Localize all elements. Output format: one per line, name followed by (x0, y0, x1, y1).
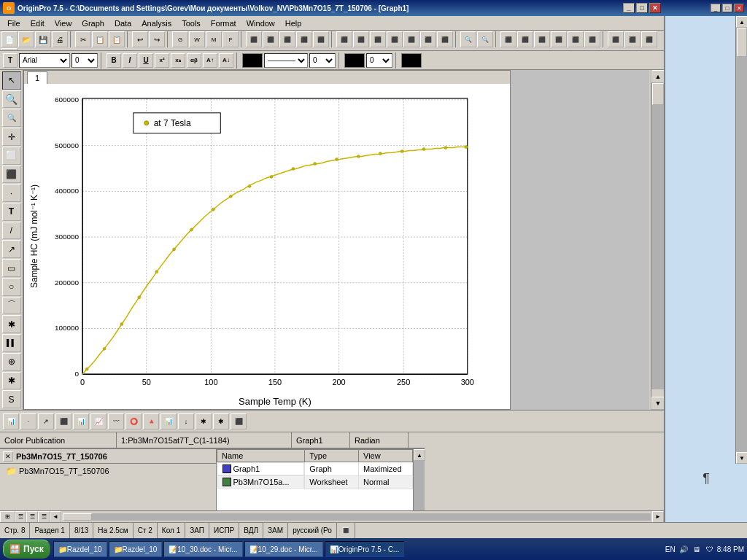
paste-btn[interactable]: 📋 (109, 31, 125, 47)
ellipse-tool[interactable]: ○ (2, 278, 21, 296)
line-width-select[interactable]: 0 (309, 53, 336, 68)
open-btn[interactable]: 📂 (18, 31, 34, 47)
tb-btn-3[interactable]: ⬛ (279, 31, 295, 47)
cut-btn[interactable]: ✂ (75, 31, 91, 47)
inner-minimize[interactable]: _ (711, 4, 721, 12)
tb-btn-20[interactable]: ⬛ (584, 31, 600, 47)
graph-tool-12[interactable]: ✱ (196, 413, 212, 429)
tb-btn-11[interactable]: ⬛ (420, 31, 436, 47)
font-select[interactable]: Arial (19, 53, 70, 68)
wp-scroll-thumb[interactable] (737, 28, 747, 57)
wp-align-center[interactable]: ☰ (26, 511, 38, 523)
tb-btn-2[interactable]: ⬛ (263, 31, 279, 47)
text-color-box[interactable] (242, 53, 263, 68)
graph-tool-4[interactable]: ⬛ (55, 413, 71, 429)
curve-tool[interactable]: ⌒ (2, 297, 21, 315)
new-btn[interactable]: 📄 (1, 31, 18, 47)
zoom-in-tool[interactable]: 🔍 (2, 90, 21, 109)
tray-network[interactable]: 🖥 (691, 543, 703, 555)
start-button[interactable]: 🪟 Пуск (3, 540, 50, 559)
wp-align-right[interactable]: ☰ (38, 511, 50, 523)
menu-analysis[interactable]: Analysis (137, 17, 176, 30)
tb-btn-15[interactable]: ⬛ (500, 31, 516, 47)
tb-btn-23[interactable]: ⬛ (641, 31, 657, 47)
maximize-button[interactable]: □ (636, 3, 648, 13)
undo-btn[interactable]: ↩ (132, 31, 148, 47)
wp-hscroll-right[interactable]: ► (652, 511, 664, 523)
subscript-btn[interactable]: x₂ (171, 53, 185, 68)
draw-line-tool[interactable]: / (2, 222, 21, 240)
tb-btn-7[interactable]: ⬛ (353, 31, 369, 47)
graph-tool-2[interactable]: · (20, 413, 36, 429)
table-row-2[interactable]: Pb3Mn7O15a... Worksheet Normal (217, 475, 413, 489)
increase-font-btn[interactable]: A↑ (203, 53, 217, 68)
graph-tool-8[interactable]: ⭕ (125, 413, 142, 429)
bar-tool[interactable]: ▌▌ (2, 334, 21, 352)
tb-btn-16[interactable]: ⬛ (517, 31, 533, 47)
tb-btn-17[interactable]: ⬛ (534, 31, 550, 47)
size-select[interactable]: 0 (71, 53, 98, 68)
text-tool-btn[interactable]: T (3, 53, 18, 68)
tb-btn-6[interactable]: ⬛ (336, 31, 352, 47)
text-tool[interactable]: T (2, 203, 21, 221)
tb-btn-12[interactable]: ⬛ (437, 31, 453, 47)
new-mat-btn[interactable]: M (206, 31, 222, 47)
inner-maximize[interactable]: □ (722, 4, 732, 12)
close-button[interactable]: ✕ (649, 3, 661, 13)
menu-data[interactable]: Data (110, 17, 136, 30)
tb-btn-19[interactable]: ⬛ (568, 31, 584, 47)
greek-btn[interactable]: αβ (187, 53, 201, 68)
tb-btn-4[interactable]: ⬛ (296, 31, 312, 47)
superscript-btn[interactable]: x² (155, 53, 169, 68)
fill-rect-tool[interactable]: ⬛ (2, 166, 21, 184)
menu-window[interactable]: Window (242, 17, 279, 30)
tb-btn-14[interactable]: 🔍 (477, 31, 493, 47)
copy-btn[interactable]: 📋 (92, 31, 108, 47)
inner-close[interactable]: ✕ (734, 4, 744, 12)
menu-help[interactable]: Help (281, 17, 306, 30)
tb-btn-9[interactable]: ⬛ (387, 31, 403, 47)
wp-scroll-down[interactable]: ▼ (736, 452, 747, 464)
tb-btn-10[interactable]: ⬛ (403, 31, 419, 47)
rect-select-tool[interactable]: ▭ (2, 259, 21, 277)
print-btn[interactable]: 🖨 (52, 31, 68, 47)
line-style-select[interactable]: ————— (264, 53, 308, 68)
taskbar-item-razdel1[interactable]: 📁 Razdel_10 (53, 541, 107, 557)
new-func-btn[interactable]: F (222, 31, 239, 47)
menu-view[interactable]: View (50, 17, 77, 30)
menu-graph[interactable]: Graph (77, 17, 109, 30)
new-graph-btn[interactable]: G (172, 31, 188, 47)
underline-btn[interactable]: U (139, 53, 153, 68)
redo-btn[interactable]: ↪ (149, 31, 165, 47)
graph-tool-9[interactable]: 🔺 (143, 413, 159, 429)
pe-close-btn[interactable]: ✕ (3, 451, 13, 462)
line-color-box[interactable] (344, 53, 365, 68)
tb-btn-5[interactable]: ⬛ (313, 31, 329, 47)
asterisk-tool[interactable]: ✱ (2, 372, 21, 390)
taskbar-item-doc30[interactable]: 📝 10_30.doc - Micr... (163, 541, 242, 557)
add-point-tool[interactable]: ✛ (2, 128, 21, 146)
graph-tool-5[interactable]: 📊 (73, 413, 89, 429)
wp-scroll-up[interactable]: ▲ (736, 16, 747, 28)
graph-tool-7[interactable]: 〰 (108, 413, 124, 429)
menu-file[interactable]: File (3, 17, 25, 30)
fill-size-select[interactable]: 0 (366, 53, 392, 68)
tb-btn-8[interactable]: ⬛ (370, 31, 386, 47)
tray-lang[interactable]: EN (665, 543, 676, 555)
fill-color-box[interactable] (401, 53, 422, 68)
wp-tab-icon[interactable]: ⊞ (0, 511, 15, 523)
bold-btn[interactable]: B (107, 53, 121, 68)
arrow-tool[interactable]: ↗ (2, 240, 21, 258)
rv-up[interactable]: ▲ (414, 449, 425, 461)
tb-btn-13[interactable]: 🔍 (460, 31, 476, 47)
s-tool[interactable]: S (2, 390, 21, 408)
decrease-font-btn[interactable]: A↓ (219, 53, 233, 68)
save-btn[interactable]: 💾 (35, 31, 51, 47)
wp-hthumb[interactable] (63, 513, 92, 521)
data-point-tool[interactable]: · (2, 184, 21, 202)
pointer-tool[interactable]: ↖ (2, 71, 21, 90)
menu-format[interactable]: Format (206, 17, 241, 30)
draw-rect-tool[interactable]: ⬜ (2, 147, 21, 165)
graph-tool-14[interactable]: ⬛ (231, 413, 247, 429)
scroll-up-arrow[interactable]: ▲ (651, 70, 665, 83)
